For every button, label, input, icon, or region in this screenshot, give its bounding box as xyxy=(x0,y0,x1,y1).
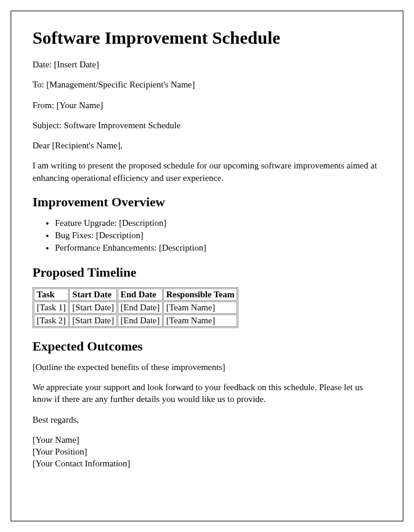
table-header: Start Date xyxy=(69,288,117,301)
timeline-heading: Proposed Timeline xyxy=(33,265,381,280)
meta-subject: Subject: Software Improvement Schedule xyxy=(33,119,381,131)
table-cell: [Team Name] xyxy=(163,314,237,327)
table-cell: [End Date] xyxy=(118,301,163,314)
signature-position: [Your Position] xyxy=(33,446,381,458)
table-cell: [End Date] xyxy=(118,314,163,327)
list-item: Performance Enhancements: [Description] xyxy=(55,242,381,254)
from-label: From: xyxy=(33,100,56,110)
salutation: Dear [Recipient's Name], xyxy=(33,140,381,151)
overview-list: Feature Upgrade: [Description] Bug Fixes… xyxy=(33,217,381,254)
to-label: To: xyxy=(33,80,47,89)
timeline-table: Task Start Date End Date Responsible Tea… xyxy=(33,287,238,328)
table-cell: [Task 1] xyxy=(34,301,69,314)
date-label: Date: xyxy=(33,60,54,69)
intro-paragraph: I am writing to present the proposed sch… xyxy=(33,160,381,184)
table-header-row: Task Start Date End Date Responsible Tea… xyxy=(34,288,237,301)
meta-from: From: [Your Name] xyxy=(33,99,381,111)
from-value: [Your Name] xyxy=(56,100,103,110)
table-row: [Task 1] [Start Date] [End Date] [Team N… xyxy=(34,301,237,314)
document-page: Software Improvement Schedule Date: [Ins… xyxy=(11,11,403,521)
signature-name: [Your Name] xyxy=(33,434,381,446)
signature-block: [Your Name] [Your Position] [Your Contac… xyxy=(33,434,381,470)
meta-date: Date: [Insert Date] xyxy=(33,59,381,70)
table-row: [Task 2] [Start Date] [End Date] [Team N… xyxy=(34,314,237,327)
table-cell: [Start Date] xyxy=(69,301,117,314)
meta-to: To: [Management/Specific Recipient's Nam… xyxy=(33,79,381,90)
list-item: Bug Fixes: [Description] xyxy=(55,229,381,242)
table-header: Responsible Team xyxy=(163,288,237,301)
signature-contact: [Your Contact Information] xyxy=(33,458,381,469)
list-item: Feature Upgrade: [Description] xyxy=(55,217,381,229)
table-cell: [Task 2] xyxy=(34,314,69,327)
table-cell: [Team Name] xyxy=(163,301,237,314)
subject-value: Software Improvement Schedule xyxy=(64,121,180,130)
table-header: End Date xyxy=(118,288,163,301)
date-value: [Insert Date] xyxy=(54,60,99,69)
overview-heading: Improvement Overview xyxy=(33,194,381,210)
table-header: Task xyxy=(34,288,69,301)
outcomes-text: [Outline the expected benefits of these … xyxy=(33,361,381,373)
table-cell: [Start Date] xyxy=(69,314,117,327)
outcomes-heading: Expected Outcomes xyxy=(33,339,381,354)
signoff: Best regards, xyxy=(33,414,381,426)
to-value: [Management/Specific Recipient's Name] xyxy=(47,80,195,89)
page-title: Software Improvement Schedule xyxy=(33,28,381,48)
subject-label: Subject: xyxy=(33,121,64,130)
closing-paragraph: We appreciate your support and look forw… xyxy=(33,381,381,406)
